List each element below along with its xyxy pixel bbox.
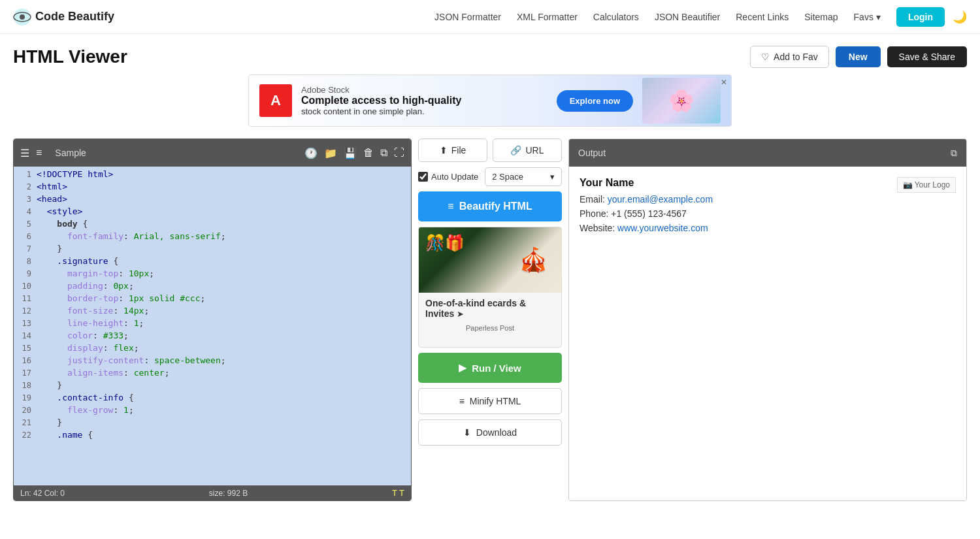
add-to-fav-button[interactable]: ♡ Add to Fav	[750, 46, 829, 68]
code-line: 11 border-top: 1px solid #ccc;	[14, 293, 411, 306]
ad-sub: stock content in one simple plan.	[301, 106, 545, 116]
main-layout: ☰ ≡ Sample 🕐 📁 💾 🗑 ⧉ ⛶ 1 <!DOCTYPE html>…	[0, 139, 980, 501]
beautify-icon: ≡	[448, 201, 453, 212]
email-link[interactable]: your.email@example.com	[608, 194, 713, 204]
dark-mode-icon[interactable]: 🌙	[953, 10, 967, 24]
expand-icon[interactable]: ⛶	[394, 147, 404, 159]
editor-panel: ☰ ≡ Sample 🕐 📁 💾 🗑 ⧉ ⛶ 1 <!DOCTYPE html>…	[13, 139, 412, 501]
save-share-button[interactable]: Save & Share	[887, 46, 967, 67]
nav-favs[interactable]: Favs ▾	[854, 12, 881, 22]
ad-image	[642, 78, 721, 123]
chevron-down-icon: ▾	[550, 172, 555, 182]
download-icon: ⬇	[463, 427, 471, 438]
code-line: 6 font-family: Arial, sans-serif;	[14, 231, 411, 244]
code-line: 15 display: flex;	[14, 343, 411, 355]
history-icon[interactable]: 🕐	[304, 147, 318, 159]
output-content: Your Name Email: your.email@example.com …	[569, 167, 966, 500]
copy-icon[interactable]: ⧉	[380, 147, 387, 159]
code-line: 1 <!DOCTYPE html>	[14, 169, 411, 182]
beautify-label: Beautify HTML	[459, 201, 532, 212]
nav-json-beautifier[interactable]: JSON Beautifier	[655, 12, 720, 22]
code-line: 5 body {	[14, 219, 411, 231]
code-line: 10 padding: 0px;	[14, 281, 411, 293]
ad-close-icon[interactable]: ✕	[721, 78, 727, 87]
beautify-button[interactable]: ≡ Beautify HTML	[418, 191, 562, 221]
ad-small-brand: Paperless Post	[459, 324, 521, 336]
file-button[interactable]: ⬆ File	[418, 139, 487, 162]
favs-label: Favs	[854, 12, 874, 22]
url-button[interactable]: 🔗 URL	[493, 139, 562, 162]
output-phone: Phone: +1 (555) 123-4567	[580, 208, 956, 219]
code-line: 3 <head>	[14, 194, 411, 206]
url-label: URL	[525, 145, 544, 155]
link-icon: 🔗	[510, 145, 521, 155]
editor-status: Ln: 42 Col: 0 size: 992 B T T	[14, 485, 411, 500]
download-label: Download	[476, 427, 517, 438]
email-label: Email:	[580, 194, 605, 204]
editor-toolbar: ☰ ≡ Sample 🕐 📁 💾 🗑 ⧉ ⛶	[14, 139, 411, 167]
website-link[interactable]: www.yourwebsite.com	[617, 223, 708, 233]
code-line: 4 <style>	[14, 206, 411, 219]
run-view-button[interactable]: ▶ Run / View	[418, 353, 562, 383]
file-label: File	[451, 145, 466, 155]
code-line: 22 .name {	[14, 430, 411, 442]
output-panel: Output ⧉ Your Name Email: your.email@exa…	[568, 139, 967, 501]
navbar: Code Beautify JSON Formatter XML Formatt…	[0, 0, 980, 34]
output-logo: 📷 Your Logo	[897, 177, 956, 193]
menu-icon[interactable]: ☰	[20, 147, 29, 159]
logo-placeholder: 📷	[903, 180, 915, 189]
code-line: 21 }	[14, 417, 411, 430]
folder-icon[interactable]: 📁	[324, 147, 337, 159]
phone-label: Phone:	[580, 208, 608, 219]
minify-label: Minify HTML	[470, 396, 521, 406]
page-header: HTML Viewer ♡ Add to Fav New Save & Shar…	[0, 34, 980, 74]
tools-ad-banner: One-of-a-kind ecards & Invites ➤ Paperle…	[418, 227, 562, 348]
svg-point-2	[20, 14, 25, 20]
auto-update-checkbox[interactable]	[418, 172, 428, 182]
website-label: Website:	[580, 223, 615, 233]
tools-panel: ⬆ File 🔗 URL Auto Update 2 Space ▾ ≡ Bea…	[418, 139, 562, 501]
nav-recent-links[interactable]: Recent Links	[736, 12, 789, 22]
list-icon[interactable]: ≡	[36, 147, 42, 159]
page-title: HTML Viewer	[13, 46, 127, 67]
phone-value: +1 (555) 123-4567	[611, 208, 687, 219]
arrow-icon: ➤	[457, 309, 464, 319]
auto-update-label[interactable]: Auto Update	[418, 172, 478, 182]
minify-button[interactable]: ≡ Minify HTML	[418, 388, 562, 414]
code-line: 17 align-items: center;	[14, 368, 411, 380]
auto-update-row: Auto Update 2 Space ▾	[418, 167, 562, 186]
code-line: 7 }	[14, 244, 411, 256]
delete-icon[interactable]: 🗑	[363, 147, 374, 159]
ad-banner: A Adobe Stock Complete access to high-qu…	[248, 74, 732, 127]
ad-small-headline: One-of-a-kind ecards & Invites	[425, 298, 526, 319]
file-url-row: ⬆ File 🔗 URL	[418, 139, 562, 162]
ad-small-text: One-of-a-kind ecards & Invites ➤	[419, 293, 561, 324]
logo-text: Your Logo	[915, 180, 950, 189]
code-line: 12 font-size: 14px;	[14, 306, 411, 318]
nav-json-formatter[interactable]: JSON Formatter	[434, 12, 501, 22]
external-link-icon[interactable]: ⧉	[951, 148, 957, 159]
ad-small-image	[419, 227, 561, 293]
save-icon[interactable]: 💾	[344, 147, 357, 159]
code-editor[interactable]: 1 <!DOCTYPE html> 2 <html> 3 <head> 4 <s…	[14, 167, 411, 485]
download-button[interactable]: ⬇ Download	[418, 419, 562, 446]
space-select[interactable]: 2 Space ▾	[485, 167, 562, 186]
new-button[interactable]: New	[836, 46, 881, 67]
explore-now-button[interactable]: Explore now	[557, 90, 633, 112]
nav-links: JSON Formatter XML Formatter Calculators…	[434, 12, 881, 22]
heart-icon: ♡	[761, 52, 770, 62]
nav-calculators[interactable]: Calculators	[593, 12, 639, 22]
site-logo[interactable]: Code Beautify	[13, 8, 114, 26]
login-button[interactable]: Login	[896, 7, 945, 27]
nav-sitemap[interactable]: Sitemap	[804, 12, 838, 22]
minify-icon: ≡	[459, 396, 465, 406]
text-format-icon[interactable]: T T	[392, 488, 404, 498]
header-actions: ♡ Add to Fav New Save & Share	[750, 46, 967, 68]
logo-icon	[13, 8, 31, 26]
adobe-logo: A	[259, 84, 292, 117]
ad-brand: Adobe Stock	[301, 85, 545, 95]
code-line: 8 .signature {	[14, 256, 411, 269]
space-value: 2 Space	[492, 172, 523, 182]
output-title: Output	[578, 148, 606, 158]
nav-xml-formatter[interactable]: XML Formatter	[517, 12, 578, 22]
